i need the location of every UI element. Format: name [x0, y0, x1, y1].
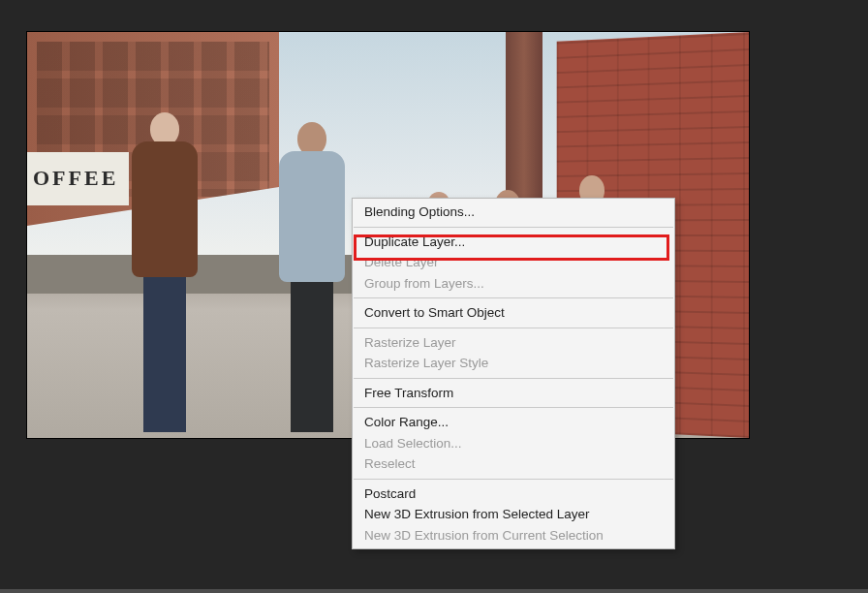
awning-text: OFFEE — [33, 166, 118, 191]
photo-person-2 — [279, 122, 345, 432]
menu-separator — [354, 227, 673, 228]
menu-separator — [354, 407, 673, 408]
menu-item-free-transform[interactable]: Free Transform — [353, 383, 674, 404]
menu-separator — [354, 479, 673, 480]
menu-separator — [354, 378, 673, 379]
photo-awning: OFFEE — [27, 152, 129, 205]
menu-item-reselect: Reselect — [353, 453, 674, 475]
layer-context-menu[interactable]: Blending Options...Duplicate Layer...Del… — [352, 198, 675, 549]
menu-item-convert-to-smart-object[interactable]: Convert to Smart Object — [353, 302, 674, 324]
menu-item-blending-options[interactable]: Blending Options... — [353, 202, 674, 223]
menu-separator — [354, 297, 673, 298]
menu-item-new-3d-extrusion-from-selected-layer[interactable]: New 3D Extrusion from Selected Layer — [353, 504, 674, 525]
menu-item-rasterize-layer: Rasterize Layer — [353, 332, 674, 354]
menu-item-load-selection: Load Selection... — [353, 433, 674, 454]
menu-separator — [354, 328, 673, 328]
menu-item-rasterize-layer-style: Rasterize Layer Style — [353, 353, 674, 374]
photo-person-1 — [132, 112, 198, 432]
menu-item-duplicate-layer[interactable]: Duplicate Layer... — [353, 232, 674, 253]
editor-workspace: OFFEE Blending Options...Duplicate Layer… — [0, 0, 868, 589]
menu-item-new-3d-extrusion-from-current-selection: New 3D Extrusion from Current Selection — [353, 525, 674, 546]
menu-item-postcard[interactable]: Postcard — [353, 484, 674, 505]
menu-item-delete-layer: Delete Layer — [353, 252, 674, 273]
window-bottom-edge — [0, 589, 868, 593]
menu-item-group-from-layers: Group from Layers... — [353, 273, 674, 295]
menu-item-color-range[interactable]: Color Range... — [353, 412, 674, 433]
